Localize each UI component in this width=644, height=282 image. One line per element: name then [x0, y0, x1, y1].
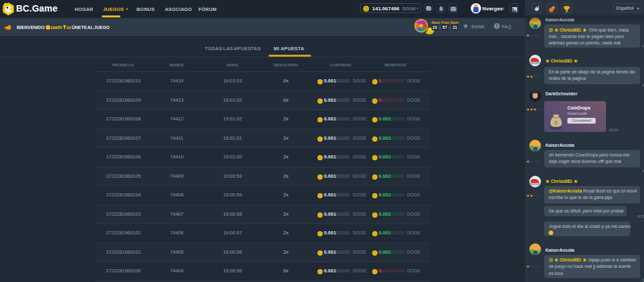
svg-text:₿: ₿ [554, 120, 558, 126]
